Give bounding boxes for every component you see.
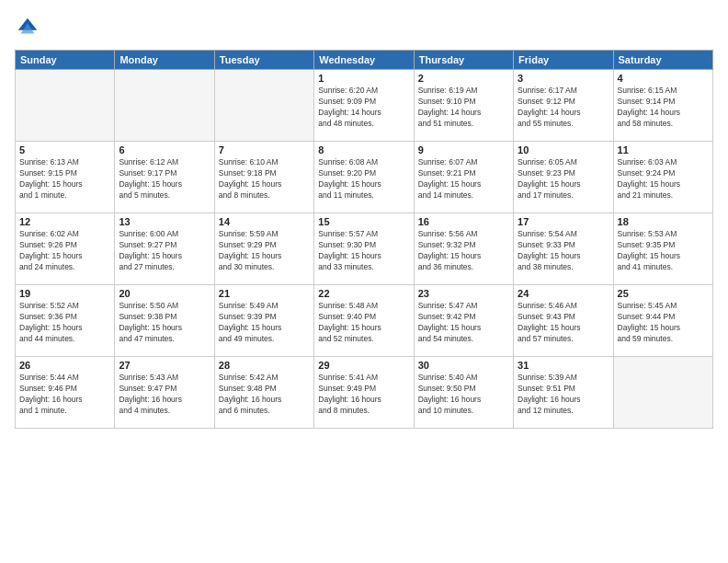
cell-info-text: Sunrise: 6:07 AM Sunset: 9:21 PM Dayligh… — [418, 157, 509, 201]
calendar-cell: 19Sunrise: 5:52 AM Sunset: 9:36 PM Dayli… — [16, 285, 115, 357]
calendar-cell: 15Sunrise: 5:57 AM Sunset: 9:30 PM Dayli… — [314, 213, 414, 285]
header-row: SundayMondayTuesdayWednesdayThursdayFrid… — [16, 51, 713, 70]
calendar-cell — [115, 70, 214, 142]
cell-day-number: 31 — [518, 360, 609, 371]
cell-info-text: Sunrise: 5:59 AM Sunset: 9:29 PM Dayligh… — [219, 229, 310, 273]
cell-info-text: Sunrise: 5:56 AM Sunset: 9:32 PM Dayligh… — [418, 229, 509, 273]
day-header-tuesday: Tuesday — [214, 51, 313, 70]
day-header-monday: Monday — [115, 51, 214, 70]
calendar-cell: 20Sunrise: 5:50 AM Sunset: 9:38 PM Dayli… — [115, 285, 214, 357]
cell-day-number: 24 — [518, 288, 609, 299]
logo-icon — [15, 15, 40, 40]
cell-info-text: Sunrise: 5:48 AM Sunset: 9:40 PM Dayligh… — [318, 301, 409, 345]
cell-info-text: Sunrise: 5:42 AM Sunset: 9:48 PM Dayligh… — [219, 373, 310, 417]
cell-day-number: 28 — [219, 360, 310, 371]
cell-info-text: Sunrise: 6:15 AM Sunset: 9:14 PM Dayligh… — [618, 86, 709, 130]
header — [15, 15, 713, 40]
cell-day-number: 5 — [19, 144, 110, 155]
cell-info-text: Sunrise: 6:12 AM Sunset: 9:17 PM Dayligh… — [119, 157, 210, 201]
cell-day-number: 29 — [318, 360, 409, 371]
cell-day-number: 21 — [219, 288, 310, 299]
calendar-cell: 31Sunrise: 5:39 AM Sunset: 9:51 PM Dayli… — [514, 357, 613, 429]
calendar-cell: 1Sunrise: 6:20 AM Sunset: 9:09 PM Daylig… — [314, 70, 414, 142]
cell-info-text: Sunrise: 5:50 AM Sunset: 9:38 PM Dayligh… — [119, 301, 210, 345]
week-row-3: 12Sunrise: 6:02 AM Sunset: 9:26 PM Dayli… — [16, 213, 713, 285]
cell-info-text: Sunrise: 6:17 AM Sunset: 9:12 PM Dayligh… — [518, 86, 609, 130]
cell-info-text: Sunrise: 5:57 AM Sunset: 9:30 PM Dayligh… — [318, 229, 409, 273]
cell-info-text: Sunrise: 6:20 AM Sunset: 9:09 PM Dayligh… — [318, 86, 409, 130]
week-row-1: 1Sunrise: 6:20 AM Sunset: 9:09 PM Daylig… — [16, 70, 713, 142]
cell-info-text: Sunrise: 5:53 AM Sunset: 9:35 PM Dayligh… — [618, 229, 709, 273]
cell-day-number: 13 — [119, 216, 210, 227]
cell-day-number: 25 — [618, 288, 709, 299]
day-header-thursday: Thursday — [414, 51, 513, 70]
calendar-cell: 27Sunrise: 5:43 AM Sunset: 9:47 PM Dayli… — [115, 357, 214, 429]
cell-day-number: 14 — [219, 216, 310, 227]
cell-day-number: 16 — [418, 216, 509, 227]
calendar-cell — [214, 70, 313, 142]
week-row-4: 19Sunrise: 5:52 AM Sunset: 9:36 PM Dayli… — [16, 285, 713, 357]
cell-info-text: Sunrise: 5:47 AM Sunset: 9:42 PM Dayligh… — [418, 301, 509, 345]
cell-info-text: Sunrise: 5:46 AM Sunset: 9:43 PM Dayligh… — [518, 301, 609, 345]
cell-info-text: Sunrise: 6:05 AM Sunset: 9:23 PM Dayligh… — [518, 157, 609, 201]
cell-day-number: 30 — [418, 360, 509, 371]
calendar-cell: 29Sunrise: 5:41 AM Sunset: 9:49 PM Dayli… — [314, 357, 414, 429]
calendar-cell: 24Sunrise: 5:46 AM Sunset: 9:43 PM Dayli… — [514, 285, 613, 357]
calendar-cell: 16Sunrise: 5:56 AM Sunset: 9:32 PM Dayli… — [414, 213, 513, 285]
cell-info-text: Sunrise: 6:13 AM Sunset: 9:15 PM Dayligh… — [19, 157, 110, 201]
calendar-cell: 30Sunrise: 5:40 AM Sunset: 9:50 PM Dayli… — [414, 357, 513, 429]
cell-day-number: 10 — [518, 144, 609, 155]
calendar-cell: 26Sunrise: 5:44 AM Sunset: 9:46 PM Dayli… — [16, 357, 115, 429]
cell-day-number: 15 — [318, 216, 409, 227]
cell-day-number: 17 — [518, 216, 609, 227]
cell-info-text: Sunrise: 6:02 AM Sunset: 9:26 PM Dayligh… — [19, 229, 110, 273]
calendar-cell: 6Sunrise: 6:12 AM Sunset: 9:17 PM Daylig… — [115, 142, 214, 213]
cell-day-number: 8 — [318, 144, 409, 155]
cell-info-text: Sunrise: 6:03 AM Sunset: 9:24 PM Dayligh… — [618, 157, 709, 201]
cell-day-number: 20 — [119, 288, 210, 299]
calendar: SundayMondayTuesdayWednesdayThursdayFrid… — [15, 50, 713, 429]
calendar-cell: 4Sunrise: 6:15 AM Sunset: 9:14 PM Daylig… — [613, 70, 712, 142]
calendar-cell: 7Sunrise: 6:10 AM Sunset: 9:18 PM Daylig… — [214, 142, 313, 213]
cell-day-number: 23 — [418, 288, 509, 299]
cell-day-number: 4 — [618, 73, 709, 84]
cell-info-text: Sunrise: 6:19 AM Sunset: 9:10 PM Dayligh… — [418, 86, 509, 130]
calendar-cell: 17Sunrise: 5:54 AM Sunset: 9:33 PM Dayli… — [514, 213, 613, 285]
calendar-cell: 13Sunrise: 6:00 AM Sunset: 9:27 PM Dayli… — [115, 213, 214, 285]
calendar-cell: 18Sunrise: 5:53 AM Sunset: 9:35 PM Dayli… — [613, 213, 712, 285]
calendar-cell: 28Sunrise: 5:42 AM Sunset: 9:48 PM Dayli… — [214, 357, 313, 429]
calendar-cell: 10Sunrise: 6:05 AM Sunset: 9:23 PM Dayli… — [514, 142, 613, 213]
calendar-cell: 23Sunrise: 5:47 AM Sunset: 9:42 PM Dayli… — [414, 285, 513, 357]
calendar-cell: 25Sunrise: 5:45 AM Sunset: 9:44 PM Dayli… — [613, 285, 712, 357]
cell-day-number: 11 — [618, 144, 709, 155]
calendar-cell: 12Sunrise: 6:02 AM Sunset: 9:26 PM Dayli… — [16, 213, 115, 285]
cell-day-number: 1 — [318, 73, 409, 84]
calendar-cell: 2Sunrise: 6:19 AM Sunset: 9:10 PM Daylig… — [414, 70, 513, 142]
cell-info-text: Sunrise: 6:00 AM Sunset: 9:27 PM Dayligh… — [119, 229, 210, 273]
cell-info-text: Sunrise: 5:49 AM Sunset: 9:39 PM Dayligh… — [219, 301, 310, 345]
cell-day-number: 18 — [618, 216, 709, 227]
cell-day-number: 9 — [418, 144, 509, 155]
calendar-cell: 9Sunrise: 6:07 AM Sunset: 9:21 PM Daylig… — [414, 142, 513, 213]
day-header-wednesday: Wednesday — [314, 51, 414, 70]
calendar-cell — [16, 70, 115, 142]
day-header-sunday: Sunday — [16, 51, 115, 70]
cell-info-text: Sunrise: 5:52 AM Sunset: 9:36 PM Dayligh… — [19, 301, 110, 345]
cell-day-number: 12 — [19, 216, 110, 227]
cell-info-text: Sunrise: 5:43 AM Sunset: 9:47 PM Dayligh… — [119, 373, 210, 417]
calendar-cell — [613, 357, 712, 429]
cell-day-number: 26 — [19, 360, 110, 371]
cell-info-text: Sunrise: 5:41 AM Sunset: 9:49 PM Dayligh… — [318, 373, 409, 417]
cell-info-text: Sunrise: 5:44 AM Sunset: 9:46 PM Dayligh… — [19, 373, 110, 417]
week-row-2: 5Sunrise: 6:13 AM Sunset: 9:15 PM Daylig… — [16, 142, 713, 213]
cell-info-text: Sunrise: 6:10 AM Sunset: 9:18 PM Dayligh… — [219, 157, 310, 201]
calendar-cell: 5Sunrise: 6:13 AM Sunset: 9:15 PM Daylig… — [16, 142, 115, 213]
calendar-cell: 14Sunrise: 5:59 AM Sunset: 9:29 PM Dayli… — [214, 213, 313, 285]
cell-day-number: 6 — [119, 144, 210, 155]
calendar-cell: 11Sunrise: 6:03 AM Sunset: 9:24 PM Dayli… — [613, 142, 712, 213]
cell-info-text: Sunrise: 5:39 AM Sunset: 9:51 PM Dayligh… — [518, 373, 609, 417]
cell-info-text: Sunrise: 5:54 AM Sunset: 9:33 PM Dayligh… — [518, 229, 609, 273]
week-row-5: 26Sunrise: 5:44 AM Sunset: 9:46 PM Dayli… — [16, 357, 713, 429]
cell-day-number: 22 — [318, 288, 409, 299]
calendar-cell: 3Sunrise: 6:17 AM Sunset: 9:12 PM Daylig… — [514, 70, 613, 142]
